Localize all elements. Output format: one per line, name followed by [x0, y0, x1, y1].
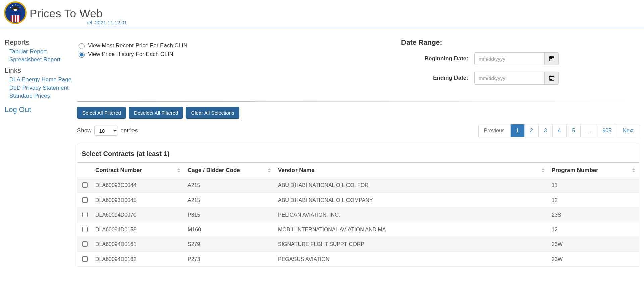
- radio-view-history[interactable]: View Price History For Each CLIN: [77, 51, 187, 58]
- ending-date-label: Ending Date:: [401, 75, 468, 81]
- cell-cage: P315: [184, 208, 275, 222]
- ending-date-input[interactable]: [474, 72, 545, 85]
- pagination-page-1[interactable]: 1: [511, 124, 525, 137]
- pagination-page-3[interactable]: 3: [539, 124, 553, 137]
- radio-label-view-history: View Price History For Each CLIN: [88, 51, 173, 58]
- col-header-vendor-label: Vendor Name: [278, 167, 315, 173]
- col-header-contract[interactable]: Contract Number: [92, 163, 184, 178]
- sort-icon: [177, 168, 181, 173]
- svg-rect-21: [16, 15, 17, 22]
- sidebar-link-dod-privacy[interactable]: DoD Privacy Statement: [9, 84, 77, 92]
- pagination-page-4[interactable]: 4: [553, 124, 567, 137]
- contracts-panel: Select Contracts (at least 1) Contract N…: [77, 144, 639, 267]
- release-label: rel. 2021.11.12.01: [87, 20, 127, 25]
- view-mode-radio-group: View Most Recent Price For Each CLIN Vie…: [77, 38, 187, 60]
- beginning-date-label: Beginning Date:: [401, 55, 468, 62]
- cell-program: 23W: [548, 237, 639, 252]
- sort-icon: [267, 168, 271, 173]
- sidebar-link-spreadsheet-report[interactable]: Spreadsheet Report: [9, 56, 77, 64]
- cell-program: 12: [548, 193, 639, 208]
- sidebar-heading-links: Links: [5, 66, 77, 74]
- svg-rect-18: [11, 15, 20, 22]
- cell-program: 11: [548, 178, 639, 193]
- row-select-checkbox[interactable]: [82, 256, 88, 262]
- app-header: Prices To Web rel. 2021.11.12.01: [0, 0, 644, 27]
- sidebar-heading-reports: Reports: [5, 38, 77, 46]
- divider: [77, 101, 639, 102]
- row-select-checkbox[interactable]: [82, 227, 88, 232]
- entries-show-label: Show: [77, 127, 92, 134]
- col-header-program[interactable]: Program Number: [548, 163, 639, 178]
- cell-vendor: SIGNATURE FLGHT SUPPT CORP: [275, 237, 548, 252]
- cell-cage: P273: [184, 252, 275, 267]
- pagination-ellipsis: …: [581, 124, 597, 137]
- beginning-date-input[interactable]: [474, 52, 545, 65]
- agency-seal-icon: [3, 1, 28, 25]
- sort-icon: [541, 168, 545, 173]
- table-row: DLA60093D0045A215ABU DHABI NATIONAL OIL …: [77, 193, 639, 208]
- row-select-checkbox[interactable]: [82, 182, 88, 188]
- pagination-page-2[interactable]: 2: [525, 124, 539, 137]
- select-all-filtered-button[interactable]: Select All Filtered: [77, 107, 126, 119]
- svg-rect-20: [13, 15, 15, 22]
- pagination: Previous 1 2 3 4 5 … 905 Next: [478, 124, 639, 137]
- radio-input-view-history[interactable]: [79, 52, 85, 58]
- deselect-all-filtered-button[interactable]: Deselect All Filtered: [129, 107, 183, 119]
- sidebar-link-tabular-report[interactable]: Tabular Report: [9, 48, 77, 56]
- cell-vendor: ABU DHABI NATIONAL OIL CO. FOR: [275, 178, 548, 193]
- pagination-page-last[interactable]: 905: [597, 124, 617, 137]
- cell-cage: M160: [184, 222, 275, 237]
- svg-point-14: [15, 5, 16, 6]
- row-select-checkbox[interactable]: [82, 197, 88, 203]
- cell-cage: A215: [184, 178, 275, 193]
- pagination-page-5[interactable]: 5: [567, 124, 581, 137]
- page-title: Prices To Web: [30, 7, 103, 20]
- entries-select[interactable]: 10: [94, 126, 118, 136]
- table-row: DLA60094D0161S279SIGNATURE FLGHT SUPPT C…: [77, 237, 639, 252]
- date-range-heading: Date Range:: [401, 38, 559, 46]
- cell-vendor: ABU DHABI NATIONAL OIL COMPANY: [275, 193, 548, 208]
- row-select-checkbox[interactable]: [82, 212, 88, 217]
- radio-label-view-recent: View Most Recent Price For Each CLIN: [88, 42, 187, 49]
- contracts-table: Contract Number Cage / Bidder Code Vendo…: [77, 162, 639, 267]
- radio-input-view-recent[interactable]: [79, 43, 85, 49]
- cell-cage: A215: [184, 193, 275, 208]
- col-header-program-label: Program Number: [552, 167, 598, 173]
- sidebar-link-dla-energy[interactable]: DLA Energy Home Page: [9, 76, 77, 84]
- col-header-vendor[interactable]: Vendor Name: [275, 163, 548, 178]
- cell-vendor: PEGASUS AVIATION: [275, 252, 548, 267]
- row-select-checkbox[interactable]: [82, 241, 88, 247]
- svg-rect-19: [11, 15, 12, 22]
- svg-rect-22: [19, 15, 20, 22]
- pagination-next[interactable]: Next: [617, 124, 639, 137]
- calendar-icon: [549, 56, 554, 61]
- clear-all-selections-button[interactable]: Clear All Selections: [186, 107, 239, 119]
- svg-point-15: [18, 5, 19, 6]
- beginning-date-picker-button[interactable]: [545, 52, 559, 65]
- radio-view-recent[interactable]: View Most Recent Price For Each CLIN: [77, 42, 187, 49]
- cell-cage: S279: [184, 237, 275, 252]
- svg-rect-17: [10, 13, 21, 15]
- contracts-panel-title: Select Contracts (at least 1): [77, 144, 639, 162]
- col-header-contract-label: Contract Number: [95, 167, 142, 173]
- svg-point-16: [20, 7, 21, 8]
- col-header-cage-label: Cage / Bidder Code: [187, 167, 240, 173]
- cell-program: 23S: [548, 208, 639, 222]
- sidebar: Reports Tabular Report Spreadsheet Repor…: [0, 38, 77, 114]
- cell-contract: DLA60093C0044: [92, 178, 184, 193]
- col-header-select: [77, 163, 92, 178]
- calendar-icon: [549, 75, 554, 81]
- col-header-cage[interactable]: Cage / Bidder Code: [184, 163, 275, 178]
- cell-vendor: MOBIL INTERNATIONAL AVIATION AND MA: [275, 222, 548, 237]
- sidebar-link-standard-prices[interactable]: Standard Prices: [9, 92, 77, 100]
- cell-program: 23W: [548, 252, 639, 267]
- table-row: DLA60094D0158M160MOBIL INTERNATIONAL AVI…: [77, 222, 639, 237]
- pagination-previous[interactable]: Previous: [479, 124, 511, 137]
- cell-vendor: PELICAN AVIATION, INC.: [275, 208, 548, 222]
- table-row: DLA60094D0162P273PEGASUS AVIATION23W: [77, 252, 639, 267]
- logout-link[interactable]: Log Out: [5, 105, 77, 114]
- svg-point-13: [12, 5, 13, 6]
- table-row: DLA60093C0044A215ABU DHABI NATIONAL OIL …: [77, 178, 639, 193]
- ending-date-picker-button[interactable]: [545, 72, 559, 85]
- cell-program: 12: [548, 222, 639, 237]
